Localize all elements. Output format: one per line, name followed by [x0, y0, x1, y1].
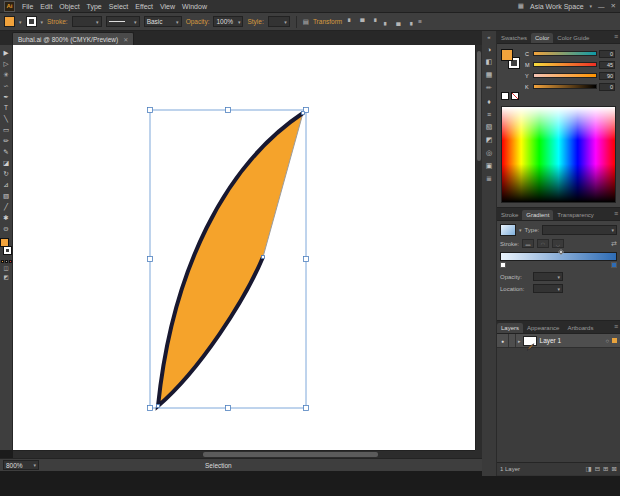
panel-menu-icon[interactable]: ≡	[614, 33, 618, 40]
stroke-across-button[interactable]: ◡	[552, 239, 564, 248]
control-panel-menu-icon[interactable]: ≡	[418, 18, 422, 25]
zoom-level-dropdown[interactable]: 800% ▾	[3, 460, 39, 470]
vertical-scroll-handle[interactable]	[477, 51, 481, 161]
align-left-icon[interactable]: ▘	[346, 18, 354, 25]
rotate-tool[interactable]: ↻	[0, 168, 13, 179]
vertical-scrollbar[interactable]	[475, 45, 482, 450]
handle-middle-left[interactable]	[148, 257, 153, 262]
magenta-slider[interactable]	[533, 62, 597, 67]
tab-color-guide[interactable]: Color Guide	[553, 33, 593, 43]
gradient-location-dropdown[interactable]: ▾	[533, 284, 563, 293]
leaf-shape-fill[interactable]	[158, 113, 303, 406]
graphic-styles-panel-icon[interactable]: ▣	[483, 161, 496, 171]
handle-top-left[interactable]	[148, 108, 153, 113]
tab-swatches[interactable]: Swatches	[497, 33, 531, 43]
white-swatch[interactable]	[501, 92, 509, 100]
black-value-field[interactable]: 0	[599, 83, 615, 91]
stroke-link[interactable]: Stroke:	[47, 18, 68, 25]
visibility-eye-icon[interactable]: ●	[497, 334, 509, 347]
align-right-icon[interactable]: ▝	[370, 18, 378, 25]
tab-color[interactable]: Color	[531, 33, 553, 43]
handle-bottom-center[interactable]	[226, 406, 231, 411]
minimize-icon[interactable]: —	[598, 3, 605, 10]
horizontal-scrollbar[interactable]	[13, 450, 475, 458]
layout-grid-icon[interactable]: ▦	[518, 2, 524, 10]
yellow-value-field[interactable]: 90	[599, 72, 615, 80]
make-clipping-mask-icon[interactable]: ◨	[585, 465, 591, 473]
cyan-value-field[interactable]: 0	[599, 50, 615, 58]
yellow-slider[interactable]	[533, 73, 597, 78]
delete-layer-icon[interactable]: ⊠	[612, 465, 617, 473]
gradient-slider[interactable]	[500, 252, 617, 269]
gradient-stop-end[interactable]	[611, 262, 617, 268]
stroke-color-swatch[interactable]	[26, 16, 37, 27]
close-icon[interactable]: ✕	[611, 2, 616, 10]
type-tool[interactable]: T	[0, 102, 13, 113]
color-guide-panel-icon[interactable]: ◧	[483, 57, 496, 67]
new-layer-icon[interactable]: ⊞	[603, 465, 608, 473]
handle-top-center[interactable]	[226, 108, 231, 113]
brushes-panel-icon[interactable]: ✏	[483, 83, 496, 93]
black-slider[interactable]	[533, 84, 597, 89]
layers-panel-icon[interactable]: ≣	[483, 174, 496, 184]
tab-gradient[interactable]: Gradient	[522, 210, 553, 220]
horizontal-scroll-handle[interactable]	[203, 452, 378, 457]
chevron-down-icon[interactable]: ▾	[41, 19, 44, 25]
variable-width-profile-dropdown[interactable]: ▾	[106, 16, 140, 27]
gradient-type-dropdown[interactable]: ▾	[542, 225, 617, 235]
color-spectrum[interactable]	[501, 106, 616, 203]
screen-mode-icon[interactable]: ◩	[0, 272, 13, 281]
transparency-panel-icon[interactable]: ◩	[483, 135, 496, 145]
swatches-panel-icon[interactable]: ▦	[483, 70, 496, 80]
draw-normal-mode-icon[interactable]: ◫	[0, 263, 13, 272]
stroke-along-button[interactable]: ◠	[537, 239, 549, 248]
cyan-slider[interactable]	[533, 51, 597, 56]
fill-stroke-indicator[interactable]	[0, 238, 13, 257]
workspace-switcher[interactable]: Asia Work Space	[530, 3, 584, 10]
scale-tool[interactable]: ⊿	[0, 179, 13, 190]
document-setup-icon[interactable]: ▤	[303, 18, 309, 26]
menu-type[interactable]: Type	[87, 3, 102, 10]
pen-tool[interactable]: ✒	[0, 91, 13, 102]
fill-stroke-indicator[interactable]	[501, 49, 523, 71]
eraser-tool[interactable]: ◪	[0, 157, 13, 168]
new-sublayer-icon[interactable]: ⊟	[595, 465, 600, 473]
tab-appearance[interactable]: Appearance	[523, 323, 563, 333]
gradient-bar[interactable]	[500, 252, 617, 261]
menu-window[interactable]: Window	[182, 3, 207, 10]
layer-row[interactable]: ● ▸ Layer 1 ○	[497, 334, 620, 348]
eyedropper-tool[interactable]: ╱	[0, 201, 13, 212]
tab-stroke[interactable]: Stroke	[497, 210, 522, 220]
transform-link[interactable]: Transform	[313, 18, 342, 25]
menu-file[interactable]: File	[22, 3, 33, 10]
gradient-opacity-dropdown[interactable]: ▾	[533, 272, 563, 281]
align-middle-icon[interactable]: ▄	[394, 19, 402, 25]
direct-selection-tool[interactable]: ▷	[0, 58, 13, 69]
menu-object[interactable]: Object	[59, 3, 79, 10]
rectangle-tool[interactable]: ▭	[0, 124, 13, 135]
stroke-weight-dropdown[interactable]: ▾	[72, 16, 102, 27]
panel-menu-icon[interactable]: ≡	[614, 323, 618, 330]
tab-layers[interactable]: Layers	[497, 323, 523, 333]
tab-artboards[interactable]: Artboards	[563, 323, 597, 333]
anchor-point[interactable]	[157, 405, 160, 408]
handle-bottom-right[interactable]	[304, 406, 309, 411]
selection-indicator[interactable]	[612, 338, 617, 343]
target-circle-icon[interactable]: ○	[605, 338, 609, 344]
handle-middle-right[interactable]	[304, 257, 309, 262]
color-panel-icon[interactable]: ◑	[483, 44, 496, 54]
stroke-swatch[interactable]	[3, 246, 12, 255]
brush-definition-dropdown[interactable]: Basic ▾	[144, 16, 182, 27]
lock-cell[interactable]	[509, 334, 516, 347]
layer-thumbnail[interactable]	[523, 336, 537, 346]
none-swatch[interactable]	[511, 92, 519, 100]
artboard-canvas[interactable]	[13, 45, 475, 450]
gradient-preview-swatch[interactable]	[500, 224, 516, 236]
opacity-dropdown[interactable]: 100% ▾	[213, 16, 243, 27]
lasso-tool[interactable]: ∽	[0, 80, 13, 91]
opacity-link[interactable]: Opacity:	[186, 18, 210, 25]
layer-name[interactable]: Layer 1	[540, 337, 562, 344]
gradient-tool[interactable]: ▧	[0, 190, 13, 201]
symbols-panel-icon[interactable]: ♦	[483, 96, 496, 106]
menu-edit[interactable]: Edit	[40, 3, 52, 10]
